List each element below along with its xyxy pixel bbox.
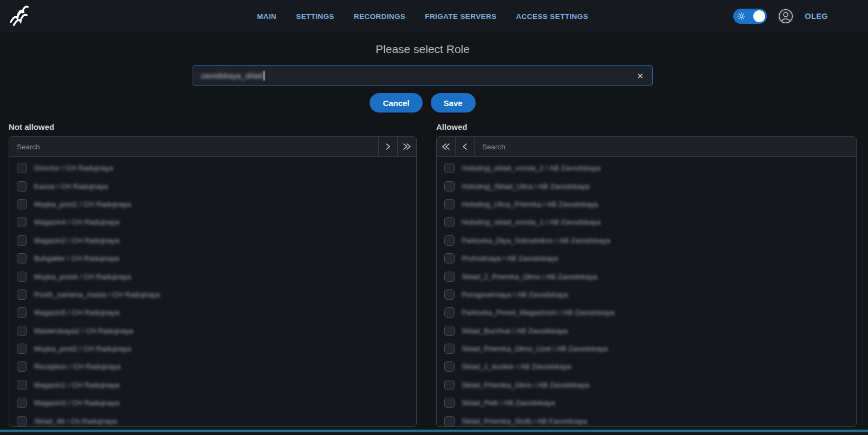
- list-item[interactable]: Buhgalter / CH Radujnaya: [9, 249, 416, 267]
- item-checkbox[interactable]: [17, 163, 27, 173]
- list-item[interactable]: Director / CH Radujnaya: [9, 159, 416, 177]
- item-checkbox[interactable]: [444, 289, 455, 300]
- frigate-birds-logo-icon[interactable]: [8, 4, 32, 28]
- list-item-label: Parkovka_Pered_Magazinom / AB Zavodskaya: [462, 308, 614, 317]
- item-checkbox[interactable]: [444, 235, 455, 246]
- list-item[interactable]: Sklad_Priemka_Okno_Uzel / AB Zavodskaya: [437, 340, 856, 358]
- list-item[interactable]: Sklad_Pelti / AB Zavodskaya: [437, 394, 856, 412]
- theme-toggle-switch[interactable]: [733, 9, 767, 24]
- list-item[interactable]: Moyka_post2 / CH Radujnaya: [9, 340, 416, 358]
- list-item[interactable]: Porogovernaya / AB Zavodskaya: [437, 286, 856, 304]
- list-item-label: Holodnyj_sklad_vorota_1 / AB Zavodskaya: [462, 218, 601, 226]
- item-checkbox[interactable]: [444, 398, 455, 408]
- item-checkbox[interactable]: [444, 380, 455, 390]
- item-checkbox[interactable]: [444, 326, 455, 336]
- clear-input-icon[interactable]: ×: [635, 70, 646, 81]
- item-checkbox[interactable]: [444, 217, 455, 227]
- item-checkbox[interactable]: [444, 416, 455, 426]
- list-item[interactable]: Magazin4 / CH Radujnaya: [9, 213, 416, 231]
- main-navigation: MAIN SETTINGS RECORDINGS FRIGATE SERVERS…: [257, 0, 588, 32]
- nav-link[interactable]: ACCESS SETTINGS: [516, 12, 589, 21]
- list-item-label: Reception / CH Radujnaya: [34, 362, 121, 371]
- list-item[interactable]: Magazin1 / CH Radujnaya: [9, 376, 416, 394]
- list-item[interactable]: Sklad_Burzhuk / AB Zavodskaya: [437, 322, 856, 340]
- list-item-label: Sklad_Priemka_Okno_Uzel / AB Zavodskaya: [462, 345, 608, 353]
- item-checkbox[interactable]: [17, 326, 27, 336]
- save-button[interactable]: Save: [431, 93, 476, 113]
- item-checkbox[interactable]: [444, 253, 455, 263]
- nav-link[interactable]: SETTINGS: [296, 12, 334, 21]
- list-item-label: Porogovernaya / AB Zavodskaya: [462, 291, 568, 299]
- allowed-title: Allowed: [436, 122, 468, 131]
- move-selected-left-button[interactable]: [456, 137, 475, 156]
- item-checkbox[interactable]: [444, 344, 455, 354]
- list-item[interactable]: Parkovka_Pered_Magazinom / AB Zavodskaya: [437, 304, 856, 321]
- dialog-actions: Cancel Save: [193, 93, 653, 113]
- list-item[interactable]: Kassa / CH Radujnaya: [9, 177, 416, 195]
- user-avatar-icon[interactable]: [778, 8, 794, 24]
- list-item[interactable]: Sklad_Priemka_Stolb / AB Favoritnaya: [437, 412, 856, 427]
- item-checkbox[interactable]: [17, 398, 27, 408]
- item-checkbox[interactable]: [444, 307, 455, 318]
- move-selected-right-button[interactable]: [378, 137, 397, 156]
- list-item[interactable]: Sklad_48 / Ch.Radujnaya: [9, 412, 416, 427]
- list-item[interactable]: Moyka_post1 / CH Radujnaya: [9, 195, 416, 213]
- item-checkbox[interactable]: [17, 361, 27, 372]
- role-name-input[interactable]: zavodskaya_sklad ×: [193, 65, 653, 85]
- item-checkbox[interactable]: [17, 235, 27, 246]
- not-allowed-panel: Director / CH Radujnaya Kassa / CH Raduj…: [9, 136, 417, 427]
- list-item[interactable]: Prohodnaya / AB Zavodskaya: [437, 249, 856, 267]
- list-item[interactable]: Holodnyj_sklad_vorota_1 / AB Zavodskaya: [437, 213, 856, 231]
- list-item[interactable]: Holodnyj_Sklad_Ulica / AB Zavodskaya: [437, 177, 856, 195]
- text-caret: [264, 71, 265, 81]
- nav-link[interactable]: FRIGATE SERVERS: [425, 12, 496, 21]
- list-item-label: Prohodnaya / AB Zavodskaya: [462, 254, 558, 262]
- item-checkbox[interactable]: [444, 181, 455, 192]
- list-item[interactable]: Sklad_Priemka_Okno / AB Zavodskaya: [437, 376, 856, 394]
- not-allowed-search-input[interactable]: [9, 137, 378, 156]
- allowed-panel: Holodnyj_sklad_vorota_2 / AB Zavodskaya …: [436, 136, 857, 427]
- list-item[interactable]: Magazin2 / CH Radujnaya: [9, 232, 416, 249]
- list-item[interactable]: Holodnyj_sklad_vorota_2 / AB Zavodskaya: [437, 159, 856, 177]
- allowed-search-input[interactable]: [475, 137, 856, 156]
- item-checkbox[interactable]: [17, 272, 27, 282]
- not-allowed-list: Director / CH Radujnaya Kassa / CH Raduj…: [9, 157, 416, 427]
- move-all-left-button[interactable]: [437, 137, 456, 156]
- nav-link[interactable]: RECORDINGS: [354, 12, 406, 21]
- list-item[interactable]: Sklad_2_bunker / AB Zavodskaya: [437, 358, 856, 375]
- list-item[interactable]: Masterskaya2 / CH Radujnaya: [9, 322, 416, 340]
- sun-icon: [738, 12, 745, 20]
- list-item-label: Sklad_2_Priemka_Okno / AB Zavodskaya: [462, 273, 597, 281]
- list-item[interactable]: Parkovka_Dlya_Sotrudnikov / AB Zavodskay…: [437, 232, 856, 249]
- item-checkbox[interactable]: [17, 253, 27, 263]
- item-checkbox[interactable]: [17, 416, 27, 426]
- item-checkbox[interactable]: [17, 199, 27, 209]
- username-label[interactable]: OLEG: [805, 12, 828, 21]
- item-checkbox[interactable]: [17, 217, 27, 227]
- list-item-label: Moyka_post4 / CH Radujnaya: [34, 273, 131, 281]
- list-item[interactable]: Sklad_2_Priemka_Okno / AB Zavodskaya: [437, 267, 856, 285]
- list-item[interactable]: Moyka_post4 / CH Radujnaya: [9, 267, 416, 285]
- item-checkbox[interactable]: [17, 380, 27, 390]
- chevron-left-icon: [462, 142, 468, 151]
- list-item[interactable]: Reception / CH Radujnaya: [9, 358, 416, 375]
- list-item[interactable]: Magazin3 / CH Radujnaya: [9, 394, 416, 412]
- cancel-button[interactable]: Cancel: [370, 93, 422, 113]
- list-item-label: Holodnyj_Sklad_Ulica / AB Zavodskaya: [462, 182, 589, 190]
- list-item[interactable]: Post5_zamena_masla / CH Radujnaya: [9, 286, 416, 304]
- nav-link[interactable]: MAIN: [257, 12, 277, 21]
- item-checkbox[interactable]: [17, 181, 27, 192]
- list-item-label: Buhgalter / CH Radujnaya: [34, 254, 119, 262]
- item-checkbox[interactable]: [444, 163, 455, 173]
- item-checkbox[interactable]: [17, 344, 27, 354]
- list-item-label: Post5_zamena_masla / CH Radujnaya: [34, 291, 160, 299]
- move-all-right-button[interactable]: [397, 137, 416, 156]
- list-item-label: Magazin4 / CH Radujnaya: [34, 218, 120, 226]
- list-item[interactable]: Holodnyj_Ulica_Priemka / AB Zavodskaya: [437, 195, 856, 213]
- item-checkbox[interactable]: [444, 272, 455, 282]
- item-checkbox[interactable]: [17, 307, 27, 318]
- list-item[interactable]: Magazin5 / CH Radujnaya: [9, 304, 416, 321]
- item-checkbox[interactable]: [444, 199, 455, 209]
- item-checkbox[interactable]: [17, 289, 27, 300]
- item-checkbox[interactable]: [444, 361, 455, 372]
